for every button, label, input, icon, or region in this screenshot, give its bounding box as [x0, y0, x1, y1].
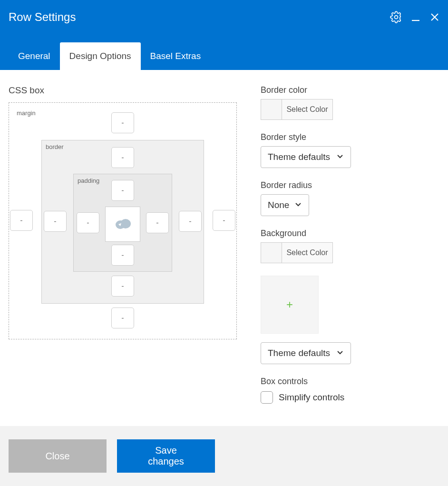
border-label: border [46, 143, 64, 150]
background-label: Background [261, 228, 439, 238]
border-color-label: Border color [261, 85, 439, 95]
border-color-picker[interactable]: Select Color [261, 99, 333, 120]
margin-right-input[interactable] [213, 210, 235, 231]
modal-footer: Close Save changes [0, 426, 448, 486]
margin-left-input[interactable] [10, 210, 33, 231]
background-image-style-select[interactable]: Theme defaults [261, 342, 351, 364]
close-icon[interactable] [429, 11, 440, 23]
padding-bottom-input[interactable] [111, 245, 134, 266]
box-controls-label: Box controls [261, 377, 439, 387]
css-box-onion: margin border [9, 102, 237, 339]
modal-header: Row Settings General Desi [0, 0, 448, 70]
modal-body: CSS box margin border [0, 70, 448, 413]
padding-left-input[interactable] [77, 212, 99, 233]
content-box-icon [105, 207, 140, 242]
plus-icon: + [286, 298, 293, 311]
border-color-button-label: Select Color [282, 99, 332, 119]
css-box-title: CSS box [9, 85, 237, 96]
border-radius-label: Border radius [261, 180, 439, 190]
border-top-input[interactable] [111, 147, 134, 168]
border-radius-value: None [268, 200, 289, 210]
minimize-icon[interactable] [410, 11, 421, 23]
add-background-image[interactable]: + [261, 276, 319, 334]
padding-label: padding [78, 177, 99, 184]
tab-general[interactable]: General [9, 42, 60, 70]
border-left-input[interactable] [44, 211, 67, 232]
background-image-style-value: Theme defaults [268, 348, 330, 358]
header-icon-group [390, 11, 440, 23]
padding-top-input[interactable] [111, 180, 134, 201]
border-bottom-input[interactable] [111, 276, 134, 297]
simplify-controls-checkbox[interactable] [261, 391, 273, 404]
border-right-input[interactable] [179, 211, 202, 232]
svg-point-5 [120, 219, 131, 228]
margin-bottom-input[interactable] [111, 307, 134, 328]
background-color-picker[interactable]: Select Color [261, 242, 333, 263]
modal-title: Row Settings [9, 10, 76, 24]
save-changes-button[interactable]: Save changes [117, 439, 215, 473]
tab-design-options[interactable]: Design Options [60, 42, 141, 70]
padding-layer: padding [73, 174, 172, 272]
border-radius-select[interactable]: None [261, 194, 309, 216]
tab-basel-extras[interactable]: Basel Extras [141, 42, 211, 70]
background-color-swatch [261, 243, 282, 263]
margin-top-input[interactable] [111, 112, 134, 133]
border-layer: border padding [41, 140, 204, 304]
border-style-label: Border style [261, 132, 439, 142]
background-color-button-label: Select Color [282, 243, 332, 263]
chevron-down-icon [294, 200, 302, 210]
chevron-down-icon [336, 152, 344, 162]
margin-label: margin [17, 109, 36, 117]
border-style-value: Theme defaults [268, 152, 330, 162]
close-button[interactable]: Close [9, 439, 107, 473]
border-style-select[interactable]: Theme defaults [261, 146, 351, 168]
svg-point-0 [395, 15, 398, 19]
gear-icon[interactable] [390, 11, 402, 23]
padding-right-input[interactable] [146, 212, 169, 233]
chevron-down-icon [336, 348, 344, 358]
border-color-swatch [261, 99, 282, 119]
tab-bar: General Design Options Basel Extras [0, 41, 448, 70]
simplify-controls-label: Simplify controls [279, 392, 344, 403]
